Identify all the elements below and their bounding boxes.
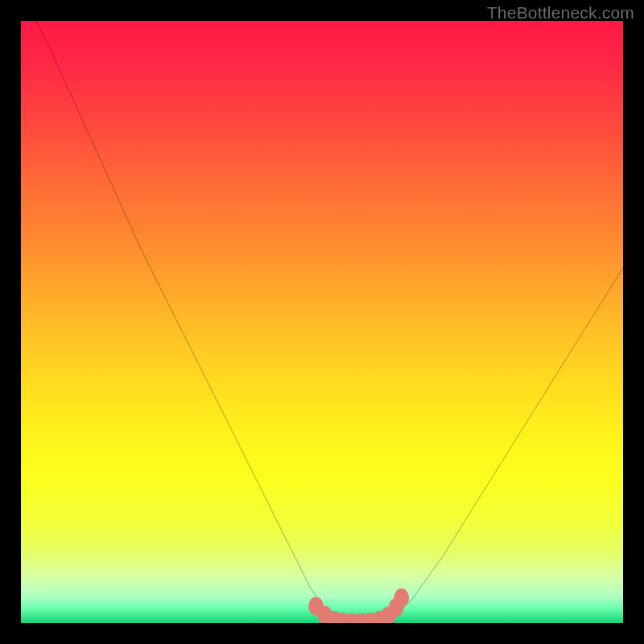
plot-area <box>21 21 623 623</box>
watermark-text: TheBottleneck.com <box>487 3 634 23</box>
chart-frame: TheBottleneck.com <box>0 0 644 644</box>
heat-gradient <box>21 21 623 623</box>
